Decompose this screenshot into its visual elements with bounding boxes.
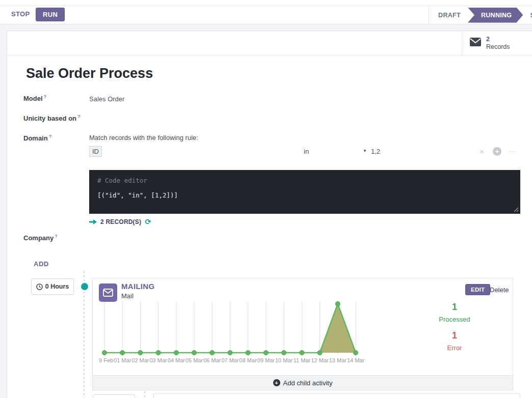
trigger-delay-button[interactable]: 0 Hours [31,278,74,295]
trigger-delay-label: 0 Hours [45,283,69,290]
edit-activity-button[interactable]: EDIT [465,284,490,295]
processed-count[interactable]: 1 [424,302,485,312]
svg-text:03 Mar: 03 Mar [149,357,167,363]
records-count-link[interactable]: 2 RECORD(S) ⟳ [89,217,151,226]
error-label[interactable]: Error [424,344,485,352]
svg-text:01 Mar: 01 Mar [114,357,131,363]
stage-running[interactable]: RUNNING [468,8,523,23]
svg-text:29 Feb: 29 Feb [99,357,113,363]
svg-text:14 Mar: 14 Mar [347,357,365,363]
chevron-down-icon[interactable]: ▼ [363,149,367,153]
records-label: Records [486,43,510,51]
rule-branch-icon[interactable]: … [509,145,516,154]
stop-button[interactable]: STOP [11,10,30,18]
model-value[interactable]: Sales Order [89,95,124,103]
child-connector-line [144,391,145,398]
rule-add-icon[interactable]: + [493,147,501,156]
button-box-row: 2 Records [7,31,532,55]
rule-operator-select[interactable]: in [304,148,309,155]
child-trigger-delay-button[interactable] [93,394,135,398]
resize-handle-icon[interactable] [513,207,519,212]
svg-text:02 Mar: 02 Mar [131,357,149,363]
company-label: Company? [23,234,58,242]
form-sheet: 2 Records Sale Order Process Model? Sale… [7,31,532,398]
processed-label[interactable]: Processed [424,316,485,323]
svg-text:09 Mar: 09 Mar [257,357,275,363]
svg-text:06 Mar: 06 Mar [203,357,221,363]
add-activity-button[interactable]: ADD [34,260,49,268]
stage-draft[interactable]: DRAFT [432,12,467,19]
statusbar: STOP RUN DRAFT RUNNING STOPPED [0,6,532,24]
records-stat-button[interactable]: 2 Records [462,31,532,55]
domain-intro: Match records with the following rule: [89,134,198,141]
run-button[interactable]: RUN [36,8,65,21]
app-window: STOP RUN DRAFT RUNNING STOPPED 2 Records [0,0,532,398]
activity-card: MAILING Mail EDIT Delete 29 Feb01 Mar02 … [92,278,513,390]
clock-icon [36,283,43,290]
code-line: [("id", "in", [1,2])] [97,191,512,199]
rule-remove-icon[interactable]: × [480,147,484,156]
error-count[interactable]: 1 [424,330,485,341]
svg-text:13 Mar: 13 Mar [329,357,347,363]
domain-help-icon[interactable]: ? [49,134,52,139]
envelope-icon [469,37,482,49]
rule-value-input[interactable]: 1,2 [371,148,380,155]
arrow-right-icon [89,219,97,225]
model-label: Model? [23,94,46,102]
svg-text:11 Mar: 11 Mar [294,357,311,363]
svg-text:08 Mar: 08 Mar [240,357,257,363]
add-child-activity-label: Add child activity [283,379,333,387]
records-count: 2 [486,36,510,43]
workflow-node-dot [81,283,88,290]
unicity-label: Unicity based on? [23,114,81,122]
code-comment: # Code editor [97,177,512,184]
domain-label: Domain? [23,134,51,142]
activity-type: Mail [121,292,134,300]
activity-stats: 1 Processed 1 Error [424,302,485,352]
domain-code-editor[interactable]: # Code editor [("id", "in", [1,2])] [89,170,520,214]
refresh-icon[interactable]: ⟳ [145,217,151,226]
svg-text:10 Mar: 10 Mar [275,357,293,363]
svg-text:04 Mar: 04 Mar [168,357,185,363]
window-top-strip [0,0,532,6]
unicity-help-icon[interactable]: ? [77,114,81,119]
delete-activity-link[interactable]: Delete [490,286,509,294]
activity-chart: 29 Feb01 Mar02 Mar03 Mar04 Mar05 Mar06 M… [99,300,369,367]
child-activity-card [153,393,520,398]
page-title[interactable]: Sale Order Process [26,66,153,81]
mail-activity-icon [99,283,117,302]
plus-circle-icon: + [273,379,280,386]
add-child-activity-button[interactable]: + Add child activity [93,375,513,390]
stage-pipeline: DRAFT RUNNING STOPPED [429,6,532,24]
svg-text:12 Mar: 12 Mar [311,357,329,363]
workflow-connector-line [84,271,85,398]
activity-name[interactable]: MAILING [121,282,154,291]
svg-text:07 Mar: 07 Mar [221,357,239,363]
rule-field-selector[interactable]: ID [89,146,102,157]
stage-stopped[interactable]: STOPPED [524,12,532,19]
model-help-icon[interactable]: ? [44,94,47,99]
company-help-icon[interactable]: ? [55,234,58,239]
svg-text:05 Mar: 05 Mar [185,357,203,363]
